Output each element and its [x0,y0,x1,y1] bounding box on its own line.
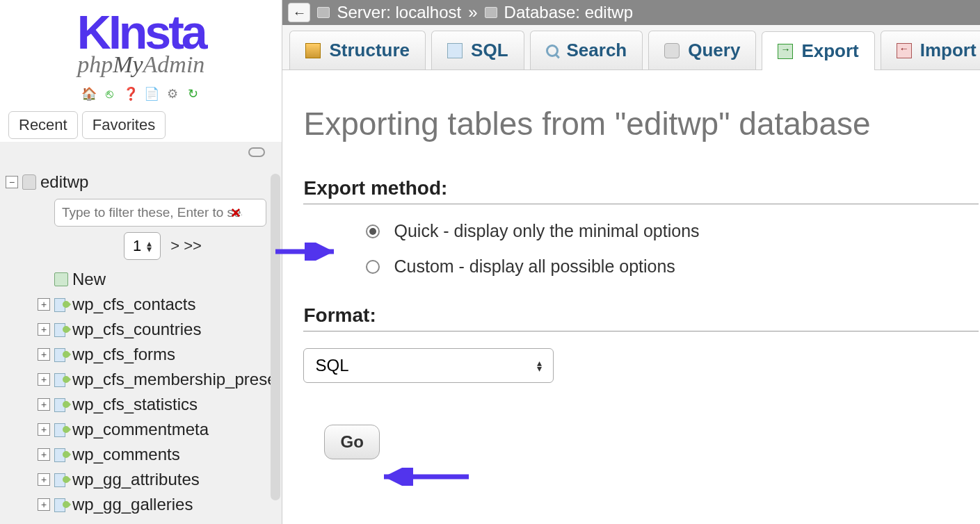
tab-export[interactable]: Export [762,31,874,70]
collapse-icon[interactable]: − [6,176,18,188]
phpmyadmin-logo: phpMyAdmin [0,51,282,78]
tree-pager: 1 ▴▾ > >> [124,232,276,260]
brand-logo: KInsta [0,8,282,56]
back-button[interactable]: ← [288,3,310,22]
tab-label: Export [801,40,858,62]
table-row[interactable]: +wp_cfs_forms [38,342,276,367]
expand-icon[interactable]: + [38,298,50,311]
radio-custom[interactable] [366,260,380,274]
format-select[interactable]: SQL ▴▾ [303,348,554,383]
help-icon[interactable]: ❓ [123,86,138,101]
tab-import[interactable]: Import [881,31,980,69]
expand-icon[interactable]: + [38,323,50,336]
export-method-heading: Export method: [303,177,978,204]
expand-icon[interactable]: + [38,423,50,436]
table-icon [54,423,68,436]
database-icon [485,7,497,18]
reload-icon[interactable]: ↻ [186,86,201,101]
link-toggle-row [0,142,282,164]
tree-new-row[interactable]: New [38,267,276,292]
expand-icon[interactable]: + [38,473,50,486]
table-row[interactable]: +wp_cfs_contacts [38,292,276,317]
tab-strip: Structure SQL Search Query Export Import [282,25,980,70]
tab-label: Query [688,40,740,61]
table-name: wp_gg_attributes [72,470,200,489]
new-table-icon [54,272,68,286]
expand-icon[interactable]: + [38,398,50,411]
breadcrumb-database[interactable]: Database: editwp [504,3,633,22]
radio-quick[interactable] [366,224,380,238]
table-icon [54,398,68,411]
content: Exporting tables from "editwp" database … [282,70,980,480]
breadcrumb-separator: » [468,3,477,22]
sql-icon [447,43,463,58]
sidebar-scrollbar[interactable] [271,174,280,500]
filter-wrap: ✕ [54,199,276,227]
tab-sql[interactable]: SQL [431,31,524,69]
recent-button[interactable]: Recent [8,111,78,139]
table-icon [54,323,68,336]
tab-label: Structure [329,40,410,61]
clear-filter-icon[interactable]: ✕ [230,205,241,221]
query-icon [664,43,680,58]
db-tree: − editwp ✕ 1 ▴▾ > >> New [0,164,282,524]
table-row[interactable]: +wp_cfs_countries [38,317,276,342]
tab-structure[interactable]: Structure [289,31,426,69]
expand-icon[interactable]: + [38,448,50,461]
docs-icon[interactable]: 📄 [144,86,159,101]
format-heading: Format: [303,304,978,331]
favorites-button[interactable]: Favorites [82,111,166,139]
table-icon [54,473,68,486]
table-name: wp_comments [72,445,180,464]
breadcrumb: ← Server: localhost » Database: editwp [282,0,980,25]
expand-icon[interactable]: + [38,498,50,511]
table-row[interactable]: +wp_gg_galleries [38,492,276,517]
select-arrows-icon: ▴▾ [147,240,152,252]
table-row[interactable]: +wp_cfs_membership_prese [38,367,276,392]
tab-label: Import [920,40,977,61]
radio-custom-row[interactable]: Custom - display all possible options [366,256,978,277]
search-icon [546,44,559,57]
sidebar: KInsta phpMyAdmin 🏠 ⎋ ❓ 📄 ⚙ ↻ Recent Fav… [0,0,282,524]
table-row[interactable]: +wp_cfs_statistics [38,392,276,417]
expand-icon[interactable]: + [38,348,50,361]
select-arrows-icon: ▴▾ [537,360,542,371]
table-name: wp_cfs_countries [72,320,201,339]
tree-db-row[interactable]: − editwp [6,171,276,193]
structure-icon [305,43,321,58]
table-icon [54,298,68,311]
radio-custom-label: Custom - display all possible options [394,256,675,277]
settings-icon[interactable]: ⚙ [165,86,180,101]
expand-icon[interactable]: + [38,373,50,386]
table-row[interactable]: +wp_gg_attributes [38,467,276,492]
breadcrumb-server[interactable]: Server: localhost [337,3,461,22]
radio-quick-label: Quick - display only the minimal options [394,221,699,241]
export-icon [778,44,793,59]
table-icon [54,498,68,511]
exit-icon[interactable]: ⎋ [102,86,118,101]
tab-query[interactable]: Query [648,31,756,69]
annotation-arrow-go [377,468,474,486]
table-name: wp_cfs_membership_prese [72,370,276,389]
table-icon [54,448,68,461]
new-label: New [72,270,106,289]
home-icon[interactable]: 🏠 [81,86,97,101]
tree-children: New +wp_cfs_contacts+wp_cfs_countries+wp… [38,267,276,517]
tab-label: SQL [471,40,508,61]
logo-block: KInsta phpMyAdmin 🏠 ⎋ ❓ 📄 ⚙ ↻ [0,0,282,108]
format-value: SQL [315,356,348,375]
table-name: wp_cfs_contacts [72,295,195,314]
tab-search[interactable]: Search [530,31,643,69]
table-row[interactable]: +wp_commentmeta [38,417,276,442]
table-name: wp_gg_galleries [72,495,193,514]
link-icon[interactable] [248,147,265,157]
page-next-button[interactable]: > >> [170,237,202,255]
import-icon [897,43,912,58]
recent-favorites-bar: Recent Favorites [0,108,282,142]
database-icon [22,174,36,190]
table-name: wp_cfs_forms [72,345,175,364]
radio-quick-row[interactable]: Quick - display only the minimal options [366,221,978,241]
page-select[interactable]: 1 ▴▾ [124,232,161,260]
go-button[interactable]: Go [324,425,379,459]
table-row[interactable]: +wp_comments [38,442,276,467]
